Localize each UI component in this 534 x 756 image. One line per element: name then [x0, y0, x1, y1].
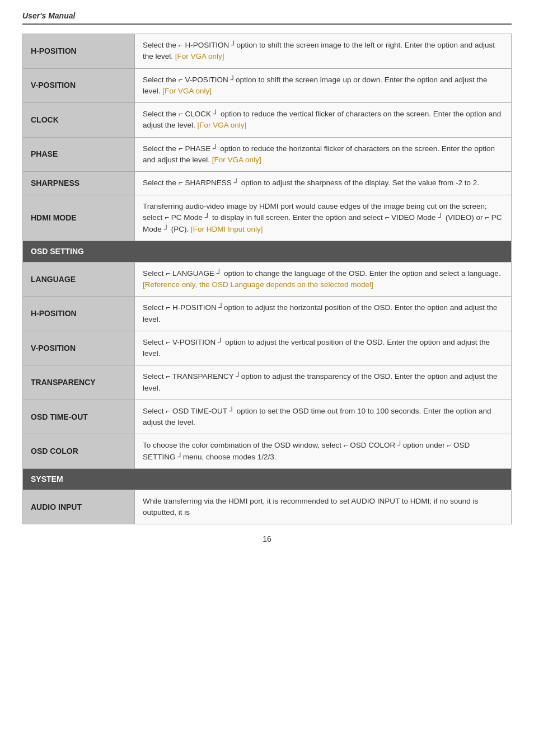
desc-text: Select the	[143, 110, 179, 118]
desc-text: option to adjust the sharpness of the di…	[239, 179, 479, 187]
description-cell: Select ⌐ LANGUAGE ┘ option to change the…	[135, 262, 512, 297]
desc-text: (VIDEO) or	[443, 213, 485, 222]
vga-note: [For VGA only]	[212, 156, 261, 164]
desc-text: ⌐ OSD TIME-OUT ┘	[166, 407, 235, 415]
table-row: CLOCKSelect the ⌐ CLOCK ┘ option to redu…	[23, 103, 512, 138]
table-row: SYSTEM	[23, 468, 512, 490]
table-row: OSD SETTING	[23, 241, 512, 262]
table-row: OSD TIME-OUTSelect ⌐ OSD TIME-OUT ┘ opti…	[23, 400, 512, 434]
description-cell: Transferring audio-video image by HDMI p…	[135, 195, 512, 241]
description-cell: Select the ⌐ H-POSITION ┘option to shift…	[135, 34, 512, 69]
desc-text: (PC).	[169, 225, 191, 233]
desc-text: While transferring via the HDMI port, it…	[143, 497, 478, 516]
description-cell: Select ⌐ TRANSPARENCY ┘option to adjust …	[135, 365, 512, 400]
description-cell: Select the ⌐ V-POSITION ┘option to shift…	[135, 68, 512, 103]
page-number: 16	[22, 534, 512, 543]
desc-text: Select	[143, 338, 166, 346]
desc-text: Select the	[143, 41, 179, 49]
desc-text: Select	[143, 407, 166, 415]
desc-text: menu, choose modes 1/2/3.	[183, 453, 277, 461]
desc-text: ⌐ V-POSITION ┘	[166, 338, 223, 346]
description-cell: Select the ⌐ CLOCK ┘ option to reduce th…	[135, 103, 512, 138]
section-header-cell: SYSTEM	[23, 468, 512, 490]
table-row: HDMI MODETransferring audio-video image …	[23, 195, 512, 241]
label-cell: LANGUAGE	[23, 262, 135, 297]
label-cell: H-POSITION	[23, 34, 135, 69]
desc-text: Select	[143, 372, 166, 381]
desc-text: Select	[143, 269, 166, 278]
table-row: OSD COLORTo choose the color combination…	[23, 434, 512, 469]
description-cell: Select ⌐ V-POSITION ┘ option to adjust t…	[135, 331, 512, 365]
desc-text: option under	[403, 441, 447, 449]
label-cell: V-POSITION	[23, 331, 135, 365]
desc-text: to display in full screen. Enter the opt…	[210, 213, 385, 222]
description-cell: Select ⌐ H-POSITION ┘option to adjust th…	[135, 297, 512, 331]
label-cell: SHARPNESS	[23, 172, 135, 195]
table-row: PHASESelect the ⌐ PHASE ┘ option to redu…	[23, 137, 512, 172]
desc-text: ⌐ H-POSITION ┘	[179, 41, 237, 49]
label-cell: CLOCK	[23, 103, 135, 138]
desc-text: To choose the color combination of the O…	[143, 441, 344, 449]
desc-text: Select the	[143, 76, 179, 84]
desc-text: ⌐ PHASE ┘	[179, 144, 218, 153]
label-cell: PHASE	[23, 137, 135, 172]
content-table: H-POSITIONSelect the ⌐ H-POSITION ┘optio…	[22, 34, 512, 524]
desc-text: option to change the language of the OSD…	[222, 269, 500, 278]
label-cell: OSD TIME-OUT	[23, 400, 135, 434]
table-row: H-POSITIONSelect the ⌐ H-POSITION ┘optio…	[23, 34, 512, 69]
desc-text: ⌐ SHARPNESS ┘	[179, 179, 239, 187]
desc-text: ⌐ VIDEO Mode ┘	[385, 213, 443, 222]
page-header: User's Manual	[22, 11, 512, 25]
table-row: TRANSPARENCYSelect ⌐ TRANSPARENCY ┘optio…	[23, 365, 512, 400]
description-cell: Select the ⌐ SHARPNESS ┘ option to adjus…	[135, 172, 512, 195]
desc-text: Select the	[143, 179, 179, 187]
label-cell: V-POSITION	[23, 68, 135, 103]
label-cell: OSD COLOR	[23, 434, 135, 469]
vga-note: [For VGA only]	[198, 121, 247, 129]
table-row: H-POSITIONSelect ⌐ H-POSITION ┘option to…	[23, 297, 512, 331]
label-cell: AUDIO INPUT	[23, 490, 135, 524]
vga-note: [For HDMI Input only]	[191, 225, 263, 233]
table-row: LANGUAGESelect ⌐ LANGUAGE ┘ option to ch…	[23, 262, 512, 297]
table-row: V-POSITIONSelect the ⌐ V-POSITION ┘optio…	[23, 68, 512, 103]
table-row: SHARPNESSSelect the ⌐ SHARPNESS ┘ option…	[23, 172, 512, 195]
table-row: AUDIO INPUTWhile transferring via the HD…	[23, 490, 512, 524]
desc-text: Select the	[143, 144, 179, 153]
description-cell: Select the ⌐ PHASE ┘ option to reduce th…	[135, 137, 512, 172]
description-cell: Select ⌐ OSD TIME-OUT ┘ option to set th…	[135, 400, 512, 434]
label-cell: TRANSPARENCY	[23, 365, 135, 400]
desc-text: ⌐ TRANSPARENCY ┘	[166, 372, 241, 381]
section-header-cell: OSD SETTING	[23, 241, 512, 262]
vga-note: [Reference only, the OSD Language depend…	[143, 280, 373, 289]
desc-text: ⌐ OSD COLOR ┘	[344, 441, 403, 449]
desc-text: ⌐ CLOCK ┘	[179, 110, 218, 118]
desc-text: ⌐ PC Mode ┘	[165, 213, 210, 222]
table-row: V-POSITIONSelect ⌐ V-POSITION ┘ option t…	[23, 331, 512, 365]
description-cell: While transferring via the HDMI port, it…	[135, 490, 512, 524]
desc-text: ⌐ V-POSITION ┘	[179, 76, 236, 84]
description-cell: To choose the color combination of the O…	[135, 434, 512, 469]
vga-note: [For VGA only]	[175, 52, 224, 60]
desc-text: Select	[143, 303, 166, 312]
desc-text: ⌐ LANGUAGE ┘	[166, 269, 222, 278]
label-cell: H-POSITION	[23, 297, 135, 331]
label-cell: HDMI MODE	[23, 195, 135, 241]
vga-note: [For VGA only]	[162, 87, 212, 95]
desc-text: ⌐ H-POSITION ┘	[166, 303, 224, 312]
